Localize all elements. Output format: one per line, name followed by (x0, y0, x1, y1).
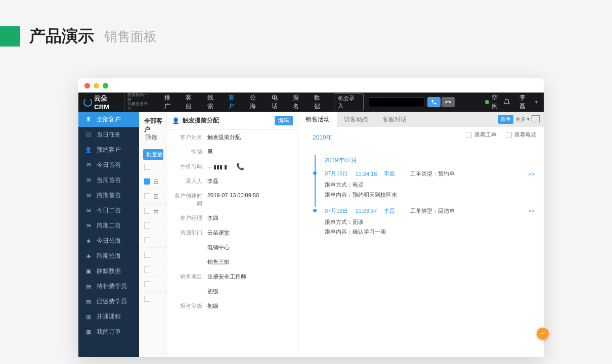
list-row[interactable]: 云 (139, 174, 166, 189)
sidebar-item-appointments[interactable]: 👤 预约客户 (78, 142, 139, 157)
chat-icon: ✉ (85, 162, 92, 168)
sidebar-item-cross-first[interactable]: ✉ 跨期首咨 (78, 188, 139, 203)
checkbox[interactable] (144, 222, 150, 229)
list-row[interactable] (139, 262, 166, 277)
nav-leads[interactable]: 线索 (203, 93, 223, 112)
detail-header: 👤 触发提前分配 编辑 (167, 112, 298, 130)
tab-sales-activity[interactable]: 销售活动 (298, 112, 337, 127)
list-row[interactable] (139, 277, 166, 292)
checkbox[interactable] (144, 178, 150, 185)
field-value: 注册安全工程师 (207, 273, 292, 281)
search-input[interactable] (369, 97, 425, 107)
app-window: 云朵CRM 教育机构一站 式服务云平台 推广 客服 线索 客户 公海 电话 报名… (78, 78, 544, 357)
list-filter-label: 筛选 (139, 128, 166, 146)
field-value: ··· ▮▮▮ ▮📞 (207, 163, 292, 170)
list-row[interactable] (139, 292, 166, 306)
sidebar: ♜ 全部客户 ☑ 当日任务 👤 预约客户 ✉ 今日首咨 ✉ 当周首咨 ✉ 跨期首… (78, 112, 139, 357)
batch-button[interactable]: 批量放 (143, 149, 163, 160)
list-row[interactable]: 云 (139, 189, 166, 204)
window-icon[interactable] (533, 116, 540, 122)
user-name[interactable]: 李磊 (519, 94, 531, 111)
checkbox[interactable] (144, 281, 150, 287)
logo-icon (83, 98, 92, 107)
user-dropdown-icon[interactable]: ▼ (534, 100, 539, 105)
entry-button[interactable]: 机会录入 (334, 93, 363, 111)
nav-public[interactable]: 公海 (245, 93, 266, 112)
timeline-year: 2019年 (298, 133, 544, 146)
expand-button[interactable]: >> (528, 171, 535, 177)
field-value: 初级 (207, 288, 292, 295)
followup-button[interactable]: 跟单 (498, 115, 513, 124)
event-body: 跟单方式：面谈 跟单内容：确认学习一项 (325, 215, 535, 238)
customer-detail: 👤 触发提前分配 编辑 客户姓名触发提前分配 性别男 手机号码··· ▮▮▮ ▮… (167, 112, 298, 357)
timeline-month: 2019年07月 (315, 155, 535, 170)
checkbox[interactable] (144, 193, 150, 199)
nav-customers[interactable]: 客户 (224, 93, 244, 112)
sea-icon: ◈ (85, 238, 92, 244)
user-icon: ♜ (85, 116, 92, 123)
nav-promotion[interactable]: 推广 (160, 93, 180, 112)
event-type: 工单类型：预约单 (410, 170, 455, 177)
expand-button[interactable]: >> (528, 208, 535, 214)
sidebar-item-daily-tasks[interactable]: ☑ 当日任务 (78, 127, 139, 142)
sidebar-item-silent-data[interactable]: ▣ 静默数据 (78, 263, 139, 279)
sidebar-item-orders[interactable]: ▦ 我的订单 (78, 324, 139, 339)
checkbox[interactable] (144, 252, 150, 258)
field-label: 客户经理 (173, 214, 207, 222)
hangup-button[interactable] (442, 97, 455, 107)
phone-icon[interactable]: 📞 (236, 163, 244, 170)
call-button[interactable] (427, 97, 441, 107)
chat-icon: ✉ (85, 222, 92, 229)
checkbox[interactable] (144, 208, 150, 214)
sidebar-item-paid[interactable]: ▤ 已缴费学员 (78, 294, 139, 309)
sidebar-item-courses[interactable]: ▥ 开通课程 (78, 309, 139, 324)
list-row[interactable] (139, 248, 166, 262)
sidebar-item-label: 静默数据 (97, 267, 121, 276)
sidebar-item-cross-second[interactable]: ✉ 跨期二咨 (78, 218, 139, 233)
nav-phone[interactable]: 电话 (267, 93, 287, 112)
page-header: 产品演示 销售面板 (0, 0, 612, 63)
order-icon: ▦ (85, 329, 92, 335)
field-value: 男 (207, 148, 292, 156)
list-row[interactable] (139, 233, 166, 248)
sidebar-item-pending-fee[interactable]: ▤ 待补费学员 (78, 279, 139, 294)
window-close-icon[interactable] (84, 83, 90, 88)
nav-service[interactable]: 客服 (181, 93, 201, 112)
checkbox[interactable] (144, 296, 150, 302)
window-minimize-icon[interactable] (94, 83, 99, 88)
checkbox[interactable] (144, 164, 150, 170)
nav-data[interactable]: 数据 (310, 93, 330, 112)
field-label (173, 258, 207, 266)
more-dropdown[interactable]: 更多 ▾ (515, 116, 530, 123)
logo: 云朵CRM 教育机构一站 式服务云平台 (78, 93, 156, 112)
chat-icon: ✉ (85, 207, 92, 214)
checkbox[interactable] (144, 266, 150, 272)
edit-button[interactable]: 编辑 (275, 116, 293, 125)
sidebar-item-cross-public[interactable]: ◈ 跨期公海 (78, 248, 139, 263)
sidebar-item-today-second[interactable]: ✉ 今日二咨 (78, 203, 139, 218)
sidebar-item-label: 我的订单 (97, 328, 121, 336)
logo-subtitle: 教育机构一站 式服务云平台 (124, 93, 151, 111)
field-label: 客户姓名 (173, 133, 207, 141)
status-indicator-icon (485, 100, 489, 104)
window-maximize-icon[interactable] (103, 83, 108, 88)
sidebar-item-today-first[interactable]: ✉ 今日首咨 (78, 157, 139, 172)
tab-visitor-activity[interactable]: 访客动态 (337, 112, 375, 127)
list-row[interactable] (139, 218, 166, 233)
phone-controls (427, 97, 455, 107)
sidebar-item-week-first[interactable]: ✉ 当周首咨 (78, 172, 139, 188)
timeline: 2019年07月 07月16日 10:24:16 李磊 工单类型：预约单 >> … (298, 155, 544, 244)
sidebar-item-today-public[interactable]: ◈ 今日公海 (78, 233, 139, 248)
tab-service-chat[interactable]: 客服对话 (375, 112, 414, 127)
money-icon: ▤ (85, 298, 92, 305)
event-header: 07月16日 10:23:37 李磊 工单类型：回访单 >> (325, 207, 535, 215)
page-title: 产品演示 (29, 25, 94, 48)
list-row[interactable] (139, 160, 166, 174)
bell-icon[interactable] (503, 99, 510, 106)
timeline-event: 07月16日 10:23:37 李磊 工单类型：回访单 >> 跟单方式：面谈 跟… (315, 207, 535, 245)
list-row[interactable]: 云 (139, 204, 166, 218)
sidebar-item-all-customers[interactable]: ♜ 全部客户 (78, 112, 139, 127)
float-minus-button[interactable]: – (537, 328, 549, 340)
checkbox[interactable] (144, 237, 150, 243)
nav-signup[interactable]: 报名 (288, 93, 309, 112)
